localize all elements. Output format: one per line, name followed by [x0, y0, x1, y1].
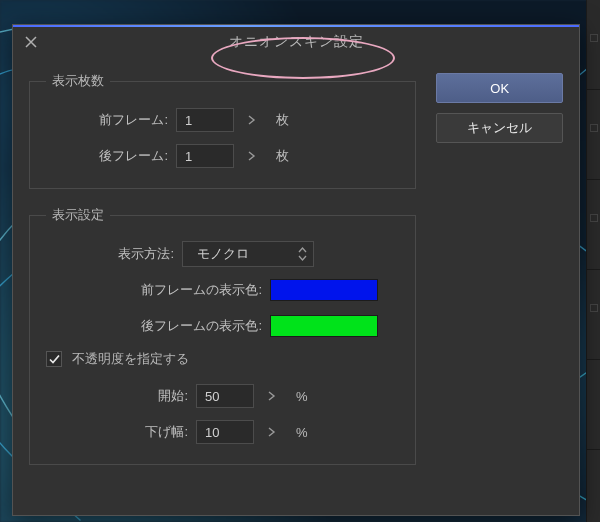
dialog-title: オニオンスキン設定: [229, 33, 364, 51]
opacity-start-stepper[interactable]: [262, 386, 282, 406]
ok-button[interactable]: OK: [436, 73, 563, 103]
next-color-swatch[interactable]: [270, 315, 378, 337]
next-frame-stepper[interactable]: [242, 146, 262, 166]
check-icon: [49, 354, 60, 365]
next-frame-label: 後フレーム:: [42, 147, 168, 165]
opacity-checkbox-label: 不透明度を指定する: [72, 350, 189, 368]
next-frame-input[interactable]: [176, 144, 234, 168]
opacity-step-unit: %: [296, 425, 308, 440]
chevron-up-icon: [298, 247, 307, 253]
display-method-label: 表示方法:: [42, 245, 174, 263]
opacity-step-label: 下げ幅:: [42, 423, 188, 441]
chevron-down-icon: [298, 255, 307, 261]
display-settings-legend: 表示設定: [46, 207, 110, 224]
close-button[interactable]: [13, 27, 49, 57]
titlebar: オニオンスキン設定: [13, 27, 579, 57]
cancel-button[interactable]: キャンセル: [436, 113, 563, 143]
opacity-start-input[interactable]: [196, 384, 254, 408]
display-settings-group: 表示設定 表示方法: モノクロ 前フレームの表示色:: [29, 207, 416, 465]
display-method-value: モノクロ: [197, 245, 249, 263]
prev-color-label: 前フレームの表示色:: [42, 281, 262, 299]
opacity-step-stepper[interactable]: [262, 422, 282, 442]
opacity-checkbox[interactable]: [46, 351, 62, 367]
chevron-right-icon: [248, 151, 256, 161]
frame-count-legend: 表示枚数: [46, 73, 110, 90]
prev-frame-label: 前フレーム:: [42, 111, 168, 129]
prev-frame-input[interactable]: [176, 108, 234, 132]
frame-count-group: 表示枚数 前フレーム: 枚 後フレーム: 枚: [29, 73, 416, 189]
display-method-select[interactable]: モノクロ: [182, 241, 314, 267]
select-spin-icon: [298, 247, 307, 261]
opacity-step-input[interactable]: [196, 420, 254, 444]
next-frame-unit: 枚: [276, 147, 289, 165]
onion-skin-settings-dialog: オニオンスキン設定 表示枚数 前フレーム: 枚 後フレーム:: [12, 24, 580, 516]
opacity-start-label: 開始:: [42, 387, 188, 405]
chevron-right-icon: [268, 427, 276, 437]
prev-frame-unit: 枚: [276, 111, 289, 129]
next-color-label: 後フレームの表示色:: [42, 317, 262, 335]
chevron-right-icon: [268, 391, 276, 401]
prev-frame-stepper[interactable]: [242, 110, 262, 130]
prev-color-swatch[interactable]: [270, 279, 378, 301]
opacity-start-unit: %: [296, 389, 308, 404]
close-icon: [25, 36, 37, 48]
chevron-right-icon: [248, 115, 256, 125]
